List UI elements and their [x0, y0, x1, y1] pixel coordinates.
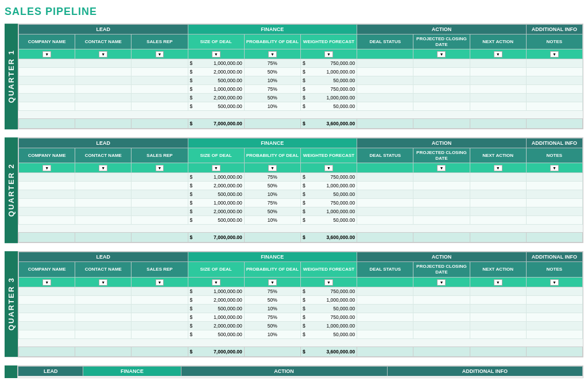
data-cell-lead-1-row-0 — [75, 287, 131, 295]
filter-btn-col-8[interactable]: ▼ — [494, 279, 502, 286]
col-header-size-of-deal: SIZE OF DEAL — [188, 34, 244, 49]
data-cell-right-3-row-4 — [526, 94, 582, 102]
empty-cell-9 — [526, 111, 582, 119]
data-cell-right-2-row-4 — [470, 321, 526, 330]
data-cell-right-0-row-5 — [357, 102, 413, 111]
filter-btn-col-0[interactable]: ▼ — [42, 165, 51, 171]
data-cell-lead-2-row-2 — [131, 76, 188, 85]
page-title: SALES PIPELINE — [5, 6, 583, 18]
data-cell-lead-0-row-5 — [19, 102, 75, 111]
empty-cell-4 — [244, 111, 300, 119]
empty-row-quarter-2 — [19, 225, 583, 233]
filter-btn-col-7[interactable]: ▼ — [437, 165, 446, 171]
filter-btn-col-1[interactable]: ▼ — [99, 279, 107, 286]
filter-btn-col-8[interactable]: ▼ — [494, 165, 502, 171]
data-cell-lead-1-row-4 — [75, 94, 131, 102]
bottom-table: LEAD FINANCE ACTION ADDITIONAL INFO — [17, 365, 583, 378]
total-right-0-quarter-3 — [357, 346, 413, 356]
table-row: $500,000.0010%$50,000.00 — [19, 304, 583, 313]
data-cell-right-2-row-5 — [470, 216, 526, 225]
filter-btn-col-4[interactable]: ▼ — [268, 165, 277, 171]
filter-btn-col-3[interactable]: ▼ — [212, 279, 220, 286]
data-cell-lead-0-row-3 — [19, 199, 75, 207]
quarter-2-col-header-row: COMPANY NAMECONTACT NAMESALES REPSIZE OF… — [19, 148, 583, 163]
quarter-3-filter-row: ▼▼▼▼▼▼▼▼▼ — [19, 277, 583, 287]
data-cell-dollar-row-4: $2,000,000.00 — [188, 321, 244, 330]
filter-btn-col-7[interactable]: ▼ — [437, 51, 446, 57]
col-header-probability-of-deal: PROBABILITY OF DEAL — [244, 148, 300, 163]
data-cell-right-1-row-0 — [413, 59, 470, 68]
filter-cell-col-2: ▼ — [131, 277, 188, 287]
data-cell-wf-row-2: $50,000.00 — [300, 76, 357, 85]
table-row: $500,000.0010%$50,000.00 — [19, 102, 583, 111]
filter-btn-col-2[interactable]: ▼ — [156, 165, 164, 171]
filter-btn-col-5[interactable]: ▼ — [324, 165, 333, 171]
col-header-next-action: NEXT ACTION — [470, 262, 526, 277]
data-cell-lead-2-row-5 — [131, 216, 188, 225]
filter-btn-col-7[interactable]: ▼ — [437, 279, 446, 286]
total-row-quarter-2: $7,000,000.00$3,600,000.00 — [19, 233, 583, 242]
data-cell-lead-0-row-0 — [19, 173, 75, 182]
col-header-next-action: NEXT ACTION — [470, 148, 526, 163]
data-cell-right-2-row-0 — [470, 287, 526, 295]
group-header-additional-info: ADDITIONAL INFO — [526, 138, 582, 148]
data-cell-right-2-row-4 — [470, 94, 526, 102]
group-header-finance: FINANCE — [188, 252, 357, 262]
filter-btn-col-9[interactable]: ▼ — [550, 51, 559, 57]
total-size-quarter-3: $7,000,000.00 — [188, 346, 244, 356]
data-cell-wf-row-0: $750,000.00 — [300, 287, 357, 295]
filter-btn-col-0[interactable]: ▼ — [42, 51, 51, 57]
bottom-finance-header: FINANCE — [83, 366, 181, 376]
empty-cell-6 — [357, 338, 413, 346]
filter-btn-col-1[interactable]: ▼ — [99, 51, 107, 57]
filter-btn-col-2[interactable]: ▼ — [156, 279, 164, 286]
data-cell-right-1-row-3 — [413, 313, 470, 321]
filter-btn-col-9[interactable]: ▼ — [550, 165, 559, 171]
empty-cell-4 — [244, 338, 300, 346]
filter-cell-col-1: ▼ — [75, 163, 131, 173]
data-cell-dollar-row-2: $500,000.00 — [188, 190, 244, 199]
data-cell-right-0-row-1 — [357, 295, 413, 304]
filter-cell-col-0: ▼ — [19, 163, 75, 173]
total-wf-quarter-2: $3,600,000.00 — [300, 233, 357, 242]
data-cell-wf-row-4: $1,000,000.00 — [300, 321, 357, 330]
data-cell-right-2-row-2 — [470, 76, 526, 85]
data-cell-lead-0-row-4 — [19, 321, 75, 330]
empty-cell-4 — [244, 225, 300, 233]
data-cell-right-0-row-3 — [357, 85, 413, 94]
data-cell-prob-row-3: 75% — [244, 199, 300, 207]
data-cell-prob-row-1: 50% — [244, 295, 300, 304]
data-cell-right-2-row-0 — [470, 173, 526, 182]
col-header-projected-closing-date: PROJECTED CLOSING DATE — [413, 262, 470, 277]
filter-btn-col-2[interactable]: ▼ — [156, 51, 164, 57]
filter-btn-col-3[interactable]: ▼ — [212, 165, 220, 171]
data-cell-right-0-row-2 — [357, 76, 413, 85]
filter-btn-col-4[interactable]: ▼ — [268, 51, 277, 57]
total-empty-2 — [131, 233, 188, 242]
filter-btn-col-9[interactable]: ▼ — [550, 279, 559, 286]
data-cell-prob-row-4: 50% — [244, 321, 300, 330]
data-cell-right-0-row-2 — [357, 304, 413, 313]
empty-cell-1 — [75, 338, 131, 346]
filter-btn-col-4[interactable]: ▼ — [268, 279, 277, 286]
data-cell-right-3-row-5 — [526, 330, 582, 338]
filter-btn-col-8[interactable]: ▼ — [494, 51, 502, 57]
quarter-1-label: QUARTER 1 — [5, 24, 18, 129]
filter-cell-col-5: ▼ — [300, 277, 357, 287]
filter-btn-col-0[interactable]: ▼ — [42, 279, 51, 286]
bottom-section: LEAD FINANCE ACTION ADDITIONAL INFO — [5, 365, 583, 378]
filter-btn-col-3[interactable]: ▼ — [212, 51, 220, 57]
filter-btn-col-5[interactable]: ▼ — [324, 279, 333, 286]
filter-btn-col-1[interactable]: ▼ — [99, 165, 107, 171]
table-row: $2,000,000.0050%$1,000,000.00 — [19, 207, 583, 216]
data-cell-lead-1-row-5 — [75, 216, 131, 225]
filter-cell-col-4: ▼ — [244, 163, 300, 173]
filter-btn-col-5[interactable]: ▼ — [324, 51, 333, 57]
filter-cell-col-8: ▼ — [470, 49, 526, 59]
total-prob-empty-quarter-2 — [244, 233, 300, 242]
data-cell-right-1-row-0 — [413, 173, 470, 182]
data-cell-right-3-row-1 — [526, 68, 582, 76]
group-header-action: ACTION — [357, 252, 527, 262]
bottom-lead-header: LEAD — [18, 366, 83, 376]
filter-cell-col-4: ▼ — [244, 49, 300, 59]
